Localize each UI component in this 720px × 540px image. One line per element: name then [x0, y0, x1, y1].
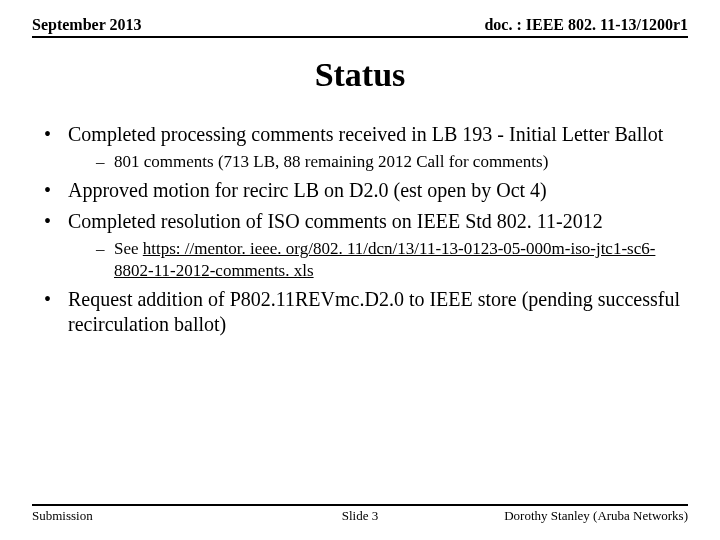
sub-bullet-item: 801 comments (713 LB, 88 remaining 2012 …: [68, 151, 688, 172]
footer-right: Dorothy Stanley (Aruba Networks): [504, 508, 688, 524]
sub-bullet-text: 801 comments (713 LB, 88 remaining 2012 …: [114, 152, 548, 171]
bullet-text: Completed resolution of ISO comments on …: [68, 210, 603, 232]
bullet-text: Approved motion for recirc LB on D2.0 (e…: [68, 179, 547, 201]
bullet-item: Completed resolution of ISO comments on …: [32, 209, 688, 281]
slide-content: Completed processing comments received i…: [32, 122, 688, 337]
sub-bullet-item: See https: //mentor. ieee. org/802. 11/d…: [68, 238, 688, 281]
link[interactable]: https: //mentor. ieee. org/802. 11/dcn/1…: [114, 239, 655, 279]
bullet-item: Request addition of P802.11REVmc.D2.0 to…: [32, 287, 688, 337]
footer-left: Submission: [32, 508, 93, 524]
bullet-item: Completed processing comments received i…: [32, 122, 688, 172]
bullet-text: Completed processing comments received i…: [68, 123, 663, 145]
sub-bullet-list: See https: //mentor. ieee. org/802. 11/d…: [68, 238, 688, 281]
slide: September 2013 doc. : IEEE 802. 11-13/12…: [0, 0, 720, 540]
bullet-item: Approved motion for recirc LB on D2.0 (e…: [32, 178, 688, 203]
sub-bullet-list: 801 comments (713 LB, 88 remaining 2012 …: [68, 151, 688, 172]
slide-title: Status: [32, 56, 688, 94]
sub-bullet-prefix: See: [114, 239, 143, 258]
slide-header: September 2013 doc. : IEEE 802. 11-13/12…: [32, 16, 688, 38]
header-date: September 2013: [32, 16, 141, 34]
bullet-text: Request addition of P802.11REVmc.D2.0 to…: [68, 288, 680, 335]
header-docnum: doc. : IEEE 802. 11-13/1200r1: [484, 16, 688, 34]
slide-footer: Submission Slide 3 Dorothy Stanley (Arub…: [32, 504, 688, 524]
bullet-list: Completed processing comments received i…: [32, 122, 688, 337]
